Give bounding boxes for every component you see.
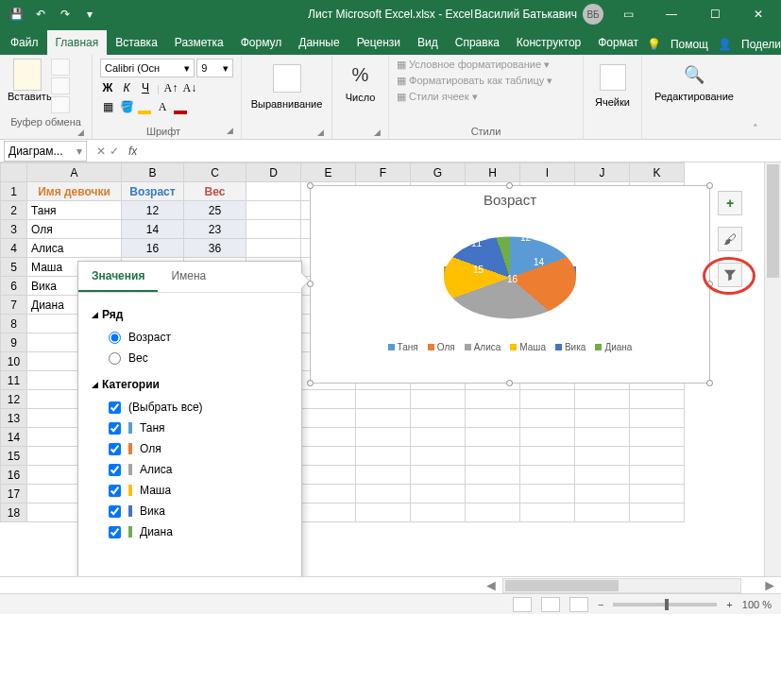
cell[interactable]: 36 — [184, 239, 246, 258]
cell[interactable] — [466, 485, 520, 504]
font-size-select[interactable]: 9▾ — [196, 59, 233, 77]
cell[interactable] — [630, 466, 685, 485]
col-header[interactable]: D — [246, 163, 301, 182]
grow-font-icon[interactable]: A↑ — [163, 81, 178, 96]
cell[interactable] — [411, 390, 466, 409]
cell[interactable]: 14 — [122, 220, 184, 239]
redo-icon[interactable]: ↷ — [55, 4, 76, 25]
row-header[interactable]: 16 — [1, 466, 27, 485]
cell[interactable] — [411, 428, 466, 447]
row-header[interactable]: 7 — [1, 296, 27, 315]
row-header[interactable]: 17 — [1, 485, 27, 504]
filter-check-all[interactable]: (Выбрать все) — [92, 397, 288, 418]
cell[interactable] — [356, 428, 411, 447]
share-label[interactable]: Поделиться — [741, 38, 781, 51]
legend-item[interactable]: Вика — [555, 342, 586, 352]
row-header[interactable]: 5 — [1, 258, 27, 277]
underline-button[interactable]: Ч — [138, 81, 153, 96]
col-header[interactable]: A — [27, 163, 122, 182]
chart-title[interactable]: Возраст — [311, 186, 709, 208]
select-all-corner[interactable] — [1, 163, 27, 182]
cell[interactable] — [520, 447, 575, 466]
cell[interactable] — [246, 182, 301, 201]
col-header[interactable]: I — [520, 163, 575, 182]
cell[interactable] — [246, 201, 301, 220]
row-header[interactable]: 8 — [1, 315, 27, 333]
col-header[interactable]: F — [356, 163, 411, 182]
cell[interactable] — [630, 390, 685, 409]
cell[interactable] — [356, 485, 411, 504]
format-painter-icon[interactable] — [51, 96, 70, 113]
font-name-select[interactable]: Calibri (Осн▾ — [100, 59, 195, 77]
cell[interactable] — [575, 409, 630, 428]
cell[interactable] — [575, 447, 630, 466]
filter-radio-age[interactable]: Возраст — [92, 327, 288, 348]
zoom-slider[interactable] — [613, 603, 717, 606]
chart-object[interactable]: Возраст 12 14 16 15 11 10 ТаняОляАлисаМа… — [310, 185, 710, 384]
horizontal-scrollbar[interactable] — [502, 578, 741, 593]
view-page-break-icon[interactable] — [569, 597, 588, 612]
cell[interactable] — [301, 466, 356, 485]
shrink-font-icon[interactable]: A↓ — [182, 81, 197, 96]
tab-layout[interactable]: Разметка — [166, 30, 232, 55]
tab-formulas[interactable]: Формул — [232, 30, 291, 55]
cell[interactable] — [356, 390, 411, 409]
worksheet-grid[interactable]: A B C D E F G H I J K 1Имя девочкиВозрас… — [0, 162, 781, 576]
row-header[interactable]: 10 — [1, 352, 27, 371]
cell[interactable] — [520, 466, 575, 485]
tab-review[interactable]: Рецензи — [348, 30, 409, 55]
cell[interactable]: Оля — [27, 220, 122, 239]
view-page-layout-icon[interactable] — [541, 597, 560, 612]
filter-tab-values[interactable]: Значения — [78, 262, 158, 292]
cell[interactable] — [630, 428, 685, 447]
col-header[interactable]: G — [411, 163, 466, 182]
cell[interactable]: 12 — [122, 201, 184, 220]
col-header[interactable]: B — [122, 163, 184, 182]
row-header[interactable]: 9 — [1, 333, 27, 352]
tab-insert[interactable]: Вставка — [107, 30, 166, 55]
bold-button[interactable]: Ж — [100, 81, 115, 96]
cell[interactable] — [356, 409, 411, 428]
formula-input[interactable] — [137, 142, 781, 161]
cell[interactable] — [246, 220, 301, 239]
cell[interactable] — [520, 390, 575, 409]
cell[interactable] — [575, 466, 630, 485]
filter-radio-weight[interactable]: Вес — [92, 348, 288, 368]
cell[interactable] — [411, 466, 466, 485]
tab-help[interactable]: Справка — [447, 30, 508, 55]
view-normal-icon[interactable] — [513, 597, 532, 612]
cell-styles-button[interactable]: ▦ Стили ячеек ▾ — [397, 91, 575, 103]
cell[interactable] — [520, 409, 575, 428]
filter-check-category[interactable]: Алиса — [92, 459, 288, 480]
cell[interactable] — [520, 428, 575, 447]
tab-chart-design[interactable]: Конструктор — [508, 30, 589, 55]
row-header[interactable]: 15 — [1, 447, 27, 466]
row-header[interactable]: 14 — [1, 428, 27, 447]
cell[interactable] — [301, 485, 356, 504]
cell[interactable]: Таня — [27, 201, 122, 220]
cell[interactable] — [630, 409, 685, 428]
row-header[interactable]: 4 — [1, 239, 27, 258]
vertical-scrollbar[interactable] — [764, 162, 781, 576]
cell[interactable] — [520, 504, 575, 522]
italic-button[interactable]: К — [119, 81, 134, 96]
number-format-button[interactable]: % Число — [340, 59, 381, 103]
ribbon-display-icon[interactable]: ▭ — [609, 0, 647, 28]
row-header[interactable]: 12 — [1, 390, 27, 409]
col-header[interactable]: K — [630, 163, 685, 182]
cell[interactable]: Вес — [184, 182, 246, 201]
cell[interactable] — [466, 447, 520, 466]
filter-check-category[interactable]: Таня — [92, 418, 288, 438]
chart-filters-button[interactable] — [718, 263, 742, 287]
cell[interactable] — [466, 390, 520, 409]
save-icon[interactable]: 💾 — [6, 4, 26, 25]
collapse-ribbon-icon[interactable]: ˄ — [746, 55, 765, 139]
row-header[interactable]: 11 — [1, 371, 27, 390]
cell[interactable] — [466, 428, 520, 447]
filter-tab-names[interactable]: Имена — [158, 262, 219, 292]
tab-file[interactable]: Файл — [2, 30, 47, 55]
qat-customize-icon[interactable]: ▾ — [79, 4, 100, 25]
cell[interactable]: Алиса — [27, 239, 122, 258]
tab-home[interactable]: Главная — [47, 30, 108, 55]
fx-icon[interactable]: fx — [125, 145, 137, 158]
